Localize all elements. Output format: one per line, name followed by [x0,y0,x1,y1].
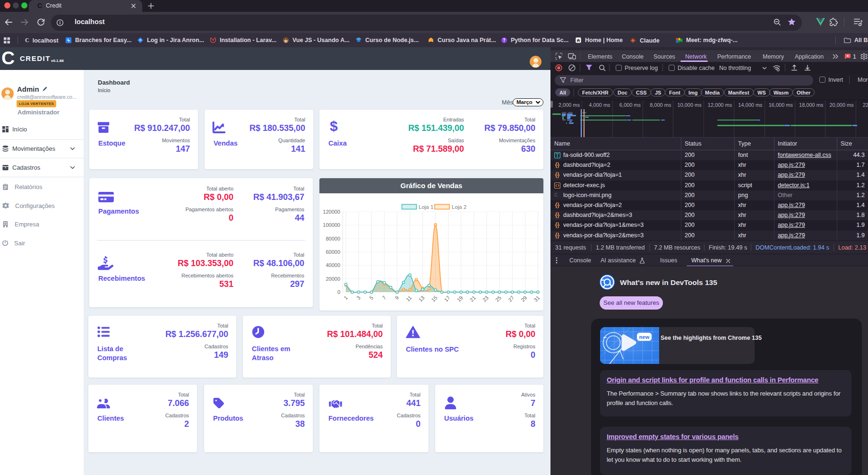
svg-text:0: 0 [337,289,340,295]
svg-text:29: 29 [520,294,528,302]
svg-text:17: 17 [443,294,451,302]
svg-text:9: 9 [394,294,400,301]
svg-text:19: 19 [456,294,464,302]
svg-text:1: 1 [343,294,349,301]
svg-text:15: 15 [430,294,438,302]
svg-text:31: 31 [533,294,541,302]
svg-text:27: 27 [507,294,515,302]
svg-text:100000: 100000 [323,222,340,228]
svg-text:60000: 60000 [326,249,340,255]
svg-text:5: 5 [368,294,374,301]
svg-text:3: 3 [355,294,361,301]
svg-text:25: 25 [494,294,502,302]
svg-text:13: 13 [417,294,425,302]
svg-text:23: 23 [481,294,490,302]
svg-text:7: 7 [381,294,387,301]
svg-text:21: 21 [469,294,477,302]
svg-text:new: new [639,334,650,340]
svg-text:80000: 80000 [326,236,340,242]
svg-text:Loja 1: Loja 1 [419,204,433,210]
svg-text:11: 11 [405,294,413,302]
svg-text:120000: 120000 [323,209,340,215]
svg-text:Loja 2: Loja 2 [452,204,466,210]
svg-text:40000: 40000 [326,262,340,268]
svg-text:20000: 20000 [326,276,340,282]
